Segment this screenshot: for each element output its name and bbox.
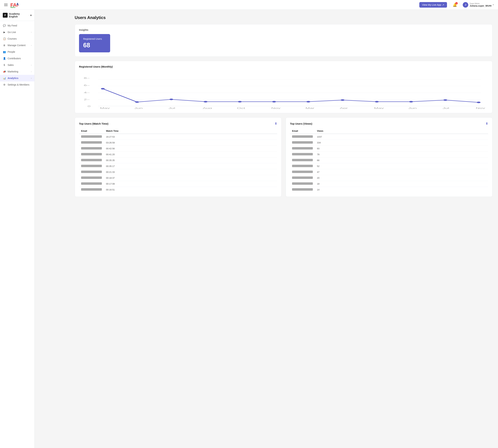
monthly-chart-card: Registered Users (Monthly) 0 2– 4– 6– 8– (75, 61, 493, 113)
external-link-icon: ↗ (442, 3, 444, 6)
courses-icon: 📋 (3, 37, 6, 40)
svg-text:4–: 4– (84, 91, 90, 94)
svg-text:0: 0 (88, 105, 91, 108)
sidebar-item-courses[interactable]: 📋 Courses (0, 35, 34, 42)
user-profile-button[interactable]: J Super Admin Juliana.super_WUHI ▾ (463, 2, 494, 8)
email-blur (292, 153, 313, 155)
sidebar-item-sales[interactable]: $ Sales › (0, 62, 34, 68)
table-row: 03:26:59 (79, 140, 277, 146)
email-cell (79, 134, 104, 140)
watch-time-cell: 00:21:33 (104, 169, 277, 175)
email-cell (290, 181, 315, 187)
email-blur (81, 165, 102, 167)
sidebar-item-go-live[interactable]: ▶ Go Live › (0, 29, 34, 35)
topnav-left: FAN HERO A (4, 2, 19, 8)
manage-content-icon: 🖥 (3, 44, 6, 47)
app-body: F Academy English ▾ 💬 My Feed ▶ Go Live … (0, 10, 498, 448)
svg-text:8–: 8– (84, 77, 90, 79)
views-table-card: Top Users (Views) ⬇ Email Views (286, 117, 493, 197)
sidebar-item-label: Contributors (8, 57, 21, 60)
sidebar-item-label: Manage Content (8, 44, 26, 47)
sidebar-item-label: Sales (8, 64, 14, 66)
fanhero-logo: FAN HERO A (10, 2, 19, 8)
sidebar-item-people[interactable]: 👥 People (0, 48, 34, 55)
sidebar-brand[interactable]: F Academy English ▾ (0, 10, 34, 21)
email-cell (290, 169, 315, 175)
top-navigation: FAN HERO A View My Live App ↗ 🔔 1 J Supe… (0, 0, 498, 10)
views-cell: 14 (315, 187, 488, 193)
svg-text:6–: 6– (84, 84, 90, 87)
sidebar-item-analytics[interactable]: 📊 Analytics › (0, 75, 34, 81)
email-blur (292, 182, 313, 185)
email-blur (81, 188, 102, 191)
watch-time-cell: 00:18:37 (104, 175, 277, 181)
view-live-app-button[interactable]: View My Live App ↗ (419, 2, 447, 8)
email-cell (79, 163, 104, 169)
sidebar-item-settings[interactable]: ⚙ Settings & Members (0, 81, 34, 88)
table-row: 78 (290, 152, 488, 158)
arrow-icon: › (31, 77, 32, 79)
views-cell: 1037 (315, 134, 488, 140)
notification-button[interactable]: 🔔 1 (453, 3, 457, 7)
email-col-header: Email (79, 128, 104, 134)
chart-title: Registered Users (Monthly) (79, 65, 488, 68)
svg-point-13 (101, 88, 105, 90)
svg-text:May: May (100, 107, 110, 109)
settings-icon: ⚙ (3, 83, 6, 86)
table-row: 00:35:17 (79, 163, 277, 169)
email-cell (290, 163, 315, 169)
email-cell (79, 187, 104, 193)
sidebar-item-my-feed[interactable]: 💬 My Feed (0, 22, 34, 29)
views-cell: 18 (315, 181, 488, 187)
table-row: 52 (290, 163, 488, 169)
registered-users-value: 68 (83, 42, 106, 49)
registered-users-card: Registered Users 68 (79, 34, 110, 52)
svg-text:Nov: Nov (271, 107, 281, 109)
analytics-icon: 📊 (3, 77, 6, 80)
svg-point-17 (238, 101, 242, 102)
svg-text:Aug: Aug (203, 107, 212, 109)
go-live-icon: ▶ (3, 31, 6, 34)
arrow-icon: › (31, 70, 32, 73)
svg-point-18 (272, 101, 276, 102)
email-blur (292, 188, 313, 191)
people-icon: 👥 (3, 50, 6, 53)
svg-text:Apr: Apr (340, 107, 348, 109)
views-cell: 20 (315, 175, 488, 181)
email-cell (290, 158, 315, 163)
user-role-label: Super Admin (470, 3, 491, 4)
watch-time-table: Email Watch Time 16:27:53 03:26:59 (79, 128, 277, 192)
email-blur (81, 153, 102, 155)
sidebar-item-contributors[interactable]: 👤 Contributors (0, 55, 34, 62)
insights-label: Insights (79, 29, 488, 31)
watch-time-cell: 00:42:56 (104, 146, 277, 152)
user-name-label: Juliana.super_WUHI (470, 4, 491, 7)
sidebar: F Academy English ▾ 💬 My Feed ▶ Go Live … (0, 10, 34, 448)
download-views-button[interactable]: ⬇ (485, 122, 488, 126)
hamburger-button[interactable] (4, 4, 8, 6)
views-title: Top Users (Views) ⬇ (290, 122, 488, 126)
sidebar-item-label: Go Live (8, 31, 16, 33)
watch-time-title-label: Top Users (Watch Time) (79, 122, 108, 125)
watch-time-cell: 00:35:17 (104, 163, 277, 169)
download-watch-time-button[interactable]: ⬇ (275, 122, 277, 126)
views-cell: 78 (315, 152, 488, 158)
svg-text:Mar: Mar (306, 107, 315, 109)
sidebar-item-manage-content[interactable]: 🖥 Manage Content › (0, 42, 34, 48)
chevron-down-icon: ▾ (493, 4, 494, 6)
svg-text:Oct: Oct (237, 107, 245, 109)
view-app-label: View My Live App (422, 3, 441, 6)
registered-users-label: Registered Users (83, 37, 106, 40)
watch-time-col-header: Watch Time (104, 128, 277, 134)
email-blur (292, 147, 313, 149)
watch-time-cell: 16:27:53 (104, 134, 277, 140)
views-cell: 93 (315, 146, 488, 152)
email-cell (79, 169, 104, 175)
email-blur (81, 147, 102, 149)
email-blur (292, 165, 313, 167)
email-cell (290, 152, 315, 158)
email-cell (290, 140, 315, 146)
sidebar-item-marketing[interactable]: 📣 Marketing › (0, 68, 34, 75)
views-cell: 52 (315, 163, 488, 169)
divider (460, 2, 460, 8)
